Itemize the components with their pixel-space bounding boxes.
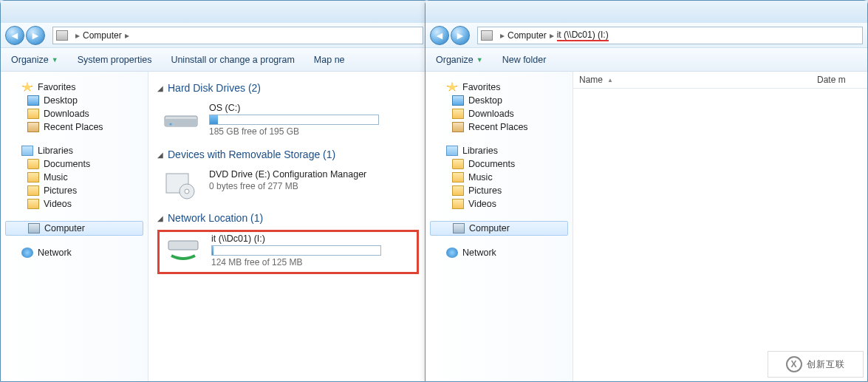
dropdown-icon: ▼: [476, 56, 483, 64]
nav-forward-button[interactable]: ►: [26, 26, 45, 45]
star-icon: [21, 82, 33, 92]
organize-menu[interactable]: Organize▼: [436, 55, 483, 65]
svg-point-5: [185, 189, 189, 194]
svg-point-2: [170, 123, 172, 126]
sidebar-item-recent-places[interactable]: Recent Places: [1, 120, 148, 134]
sidebar-item-videos[interactable]: Videos: [426, 197, 573, 211]
drive-free-text: 124 MB free of 125 MB: [211, 257, 414, 267]
breadcrumb-separator-icon: ▸: [550, 30, 554, 41]
folder-icon: [452, 159, 464, 169]
column-header-date[interactable]: Date m: [817, 75, 861, 85]
breadcrumb-separator-icon: ▸: [125, 30, 129, 41]
sidebar-item-desktop[interactable]: Desktop: [426, 94, 573, 107]
navbar: ◄ ► ▸ Computer ▸: [1, 23, 428, 48]
column-headers: Name▲ Date m: [573, 72, 867, 89]
recent-icon: [452, 122, 464, 132]
libraries-icon: [21, 146, 33, 156]
drive-dvd-e[interactable]: DVD Drive (E:) Configuration Manager 0 b…: [157, 166, 419, 203]
sidebar-item-network[interactable]: ▷Network: [426, 246, 573, 259]
recent-icon: [27, 122, 39, 132]
computer-icon: [453, 223, 465, 233]
sidebar-item-pictures[interactable]: Pictures: [426, 184, 573, 197]
dvd-drive-icon: [160, 169, 202, 200]
sidebar-item-music[interactable]: Music: [1, 171, 148, 184]
file-list-empty: [573, 89, 867, 355]
downloads-icon: [452, 109, 464, 119]
libraries-icon: [446, 146, 458, 156]
sidebar-item-documents[interactable]: Documents: [426, 157, 573, 171]
window-body: ▷Favorites Desktop Downloads Recent Plac…: [426, 72, 867, 381]
sidebar-item-documents[interactable]: Documents: [1, 157, 148, 171]
drive-network-it-dc01[interactable]: it (\\Dc01) (I:) 124 MB free of 125 MB: [157, 230, 419, 274]
drive-label: DVD Drive (E:) Configuration Manager: [209, 169, 416, 180]
column-header-name[interactable]: Name▲: [579, 75, 817, 85]
computer-icon: [28, 223, 40, 233]
downloads-icon: [27, 109, 39, 119]
nav-forward-button[interactable]: ►: [451, 26, 470, 45]
navigation-pane: ▷Favorites Desktop Downloads Recent Plac…: [426, 72, 573, 381]
watermark-text: 创新互联: [807, 358, 845, 371]
navigation-pane: ▷Favorites Desktop Downloads Recent Plac…: [1, 72, 148, 381]
system-properties-button[interactable]: System properties: [78, 55, 152, 65]
svg-rect-6: [168, 241, 198, 250]
network-icon: [21, 248, 33, 258]
sort-ascending-icon: ▲: [607, 77, 613, 83]
category-removable-storage[interactable]: ◢Devices with Removable Storage (1): [157, 149, 419, 160]
explorer-window-computer: ◄ ► ▸ Computer ▸ Organize▼ System proper…: [0, 0, 428, 382]
uninstall-program-button[interactable]: Uninstall or change a program: [171, 55, 294, 65]
sidebar-favorites-header[interactable]: ▷Favorites: [426, 81, 573, 94]
sidebar-item-computer[interactable]: Computer: [5, 221, 143, 236]
folder-icon: [452, 185, 464, 196]
sidebar-item-network[interactable]: ▷Network: [1, 246, 148, 259]
titlebar[interactable]: [426, 1, 867, 23]
drive-label: OS (C:): [209, 103, 416, 113]
sidebar-libraries-header[interactable]: ▷Libraries: [1, 144, 148, 157]
watermark-logo-icon: X: [786, 356, 802, 372]
sidebar-libraries-header[interactable]: ▷Libraries: [426, 144, 573, 157]
content-pane: ◢Hard Disk Drives (2) OS (C:) 185 GB fre…: [148, 72, 428, 381]
sidebar-item-desktop[interactable]: Desktop: [1, 94, 148, 107]
folder-icon: [27, 199, 39, 209]
nav-back-button[interactable]: ◄: [5, 26, 24, 45]
drive-free-text: 185 GB free of 195 GB: [209, 126, 416, 137]
drive-label: it (\\Dc01) (I:): [211, 233, 414, 244]
nav-back-button[interactable]: ◄: [430, 26, 449, 45]
capacity-bar: [209, 115, 379, 125]
navbar: ◄ ► ▸ Computer ▸ it (\\Dc01) (I:): [426, 23, 867, 48]
breadcrumb-network-drive[interactable]: it (\\Dc01) (I:): [557, 30, 609, 41]
breadcrumb-computer[interactable]: Computer: [83, 30, 122, 41]
svg-rect-1: [165, 119, 197, 126]
sidebar-item-downloads[interactable]: Downloads: [426, 107, 573, 120]
breadcrumb-separator-icon: ▸: [75, 30, 80, 41]
category-hard-disk-drives[interactable]: ◢Hard Disk Drives (2): [157, 82, 419, 94]
command-bar: Organize▼ System properties Uninstall or…: [1, 48, 428, 72]
folder-icon: [452, 172, 464, 183]
drive-free-text: 0 bytes free of 277 MB: [209, 181, 416, 191]
sidebar-item-computer[interactable]: Computer: [430, 221, 568, 236]
sidebar-item-videos[interactable]: Videos: [1, 197, 148, 211]
star-icon: [446, 82, 458, 92]
sidebar-item-downloads[interactable]: Downloads: [1, 107, 148, 120]
category-network-location[interactable]: ◢Network Location (1): [157, 212, 419, 224]
dropdown-icon: ▼: [52, 56, 58, 64]
sidebar-favorites-header[interactable]: ▷Favorites: [1, 81, 148, 94]
map-network-drive-button[interactable]: Map ne: [314, 55, 345, 65]
network-icon: [446, 248, 458, 258]
drive-icon: [481, 30, 493, 41]
address-bar[interactable]: ▸ Computer ▸ it (\\Dc01) (I:): [477, 27, 863, 44]
watermark: X 创新互联: [768, 351, 864, 378]
titlebar[interactable]: [1, 1, 428, 23]
collapse-icon: ◢: [157, 151, 163, 159]
folder-icon: [27, 159, 39, 169]
sidebar-item-pictures[interactable]: Pictures: [1, 184, 148, 197]
sidebar-item-music[interactable]: Music: [426, 171, 573, 184]
breadcrumb-computer[interactable]: Computer: [508, 30, 547, 41]
drive-os-c[interactable]: OS (C:) 185 GB free of 195 GB: [157, 100, 419, 140]
organize-menu[interactable]: Organize▼: [11, 55, 58, 65]
new-folder-button[interactable]: New folder: [502, 55, 547, 65]
explorer-window-network-drive: ◄ ► ▸ Computer ▸ it (\\Dc01) (I:) Organi…: [425, 0, 868, 382]
sidebar-item-recent-places[interactable]: Recent Places: [426, 120, 573, 134]
address-bar[interactable]: ▸ Computer ▸: [52, 27, 423, 44]
desktop-icon: [27, 95, 39, 106]
collapse-icon: ◢: [157, 214, 163, 222]
